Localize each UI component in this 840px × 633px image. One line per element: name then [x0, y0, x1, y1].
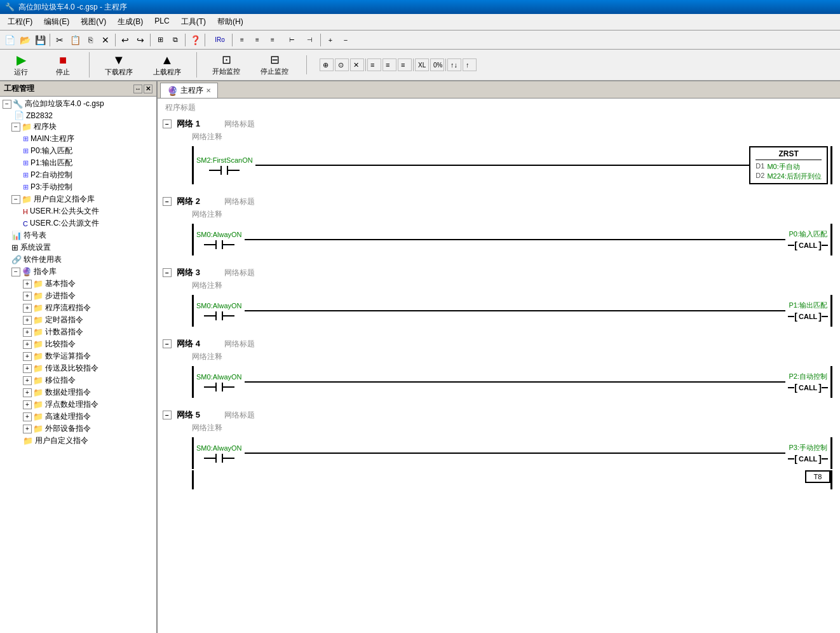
tree-item-math[interactable]: + 📁 数学运算指令	[0, 350, 156, 362]
tree-item-sys-settings[interactable]: ⊞ 系统设置	[0, 242, 156, 254]
tree-item-zb2832[interactable]: 📄 ZB2832	[0, 110, 156, 121]
network-5-toggle[interactable]: −	[163, 411, 172, 419]
upload-button[interactable]: ▲ 上载程序	[148, 52, 186, 78]
redo-button[interactable]: ↪	[133, 33, 147, 47]
extra-btn-1[interactable]: ⊕	[320, 58, 334, 71]
tree-toggle-compare[interactable]: +	[23, 340, 32, 349]
extra-btn-10[interactable]: ↑	[463, 58, 477, 71]
tree-item-float[interactable]: + 📁 浮点数处理指令	[0, 398, 156, 411]
tree-item-program-blocks[interactable]: − 📁 程序块	[0, 121, 156, 133]
tree-toggle-step[interactable]: +	[23, 292, 32, 301]
network-3-toggle[interactable]: −	[163, 268, 172, 277]
tree-toggle-root[interactable]: −	[3, 100, 11, 109]
download-button[interactable]: ▼ 下载程序	[100, 52, 138, 78]
tree-item-shift[interactable]: + 📁 移位指令	[0, 374, 156, 386]
tab-main-program[interactable]: 🔮 主程序 ✕	[160, 83, 218, 98]
network-4-header[interactable]: − 网络 4 网络标题	[160, 337, 837, 351]
network-1-toggle[interactable]: −	[163, 119, 172, 128]
tree-item-p1[interactable]: ⊞ P1:输出匹配	[0, 157, 156, 169]
extra-btn-5[interactable]: ≡	[383, 58, 396, 71]
save-button[interactable]: 💾	[33, 33, 47, 47]
ladder-m-button[interactable]: ≡	[266, 33, 280, 47]
tree-item-user-h[interactable]: H USER.H:公共头文件	[0, 205, 156, 217]
tree-toggle-transfer[interactable]: +	[23, 364, 32, 373]
menu-build[interactable]: 生成(B)	[112, 15, 148, 29]
cut-button[interactable]: ✂	[53, 33, 67, 47]
tree-item-main[interactable]: ⊞ MAIN:主程序	[0, 133, 156, 145]
zoom-out-button[interactable]: −	[339, 33, 353, 47]
menu-project[interactable]: 工程(F)	[3, 15, 37, 29]
tree-item-external[interactable]: + 📁 外部设备指令	[0, 423, 156, 435]
tree-item-p3[interactable]: ⊞ P3:手动控制	[0, 181, 156, 193]
tree-item-root[interactable]: − 🔧 高位卸垃圾车4.0 -c.gsp	[0, 98, 156, 110]
tree-toggle-highspeed[interactable]: +	[23, 412, 32, 421]
tree-item-instruction-lib[interactable]: − 🔮 指令库	[0, 266, 156, 278]
menu-plc[interactable]: PLC	[149, 15, 174, 29]
menu-edit[interactable]: 编辑(E)	[39, 15, 74, 29]
tree-item-compare[interactable]: + 📁 比较指令	[0, 338, 156, 350]
tree-toggle-basic[interactable]: +	[23, 280, 32, 289]
open-button[interactable]: 📂	[18, 33, 32, 47]
tree-toggle-timer[interactable]: +	[23, 316, 32, 325]
help-button[interactable]: ❓	[188, 33, 202, 47]
copy2-button[interactable]: ⧉	[168, 33, 182, 47]
run-button[interactable]: ▶ 运行	[5, 52, 37, 78]
tree-toggle-external[interactable]: +	[23, 425, 32, 433]
extra-btn-9[interactable]: ↑↓	[447, 58, 461, 71]
tree-item-user-def[interactable]: 📁 用户自定义指令	[0, 435, 156, 447]
monitor-stop-button[interactable]: ⊟ 停止监控	[255, 53, 294, 78]
menu-tools[interactable]: 工具(T)	[176, 15, 211, 29]
tree-toggle-dataproc[interactable]: +	[23, 388, 32, 397]
extra-btn-8[interactable]: 0%	[430, 58, 444, 71]
network-5-header[interactable]: − 网络 5 网络标题	[160, 408, 837, 422]
panel-close-button[interactable]: ✕	[144, 85, 152, 93]
tree-toggle-instrlib[interactable]: −	[11, 268, 20, 276]
editor-area[interactable]: 程序标题 − 网络 1 网络标题 网络注释 SM2:FirstSca	[158, 99, 840, 633]
ladder-v-button[interactable]: ≡	[250, 33, 264, 47]
tree-item-p2[interactable]: ⊞ P2:自动控制	[0, 169, 156, 181]
panel-pin-button[interactable]: ↔	[133, 85, 142, 93]
grid-button[interactable]: ⊞	[153, 33, 167, 47]
tree-item-high-speed[interactable]: + 📁 高速处理指令	[0, 411, 156, 423]
tree-item-p0[interactable]: ⊞ P0:输入匹配	[0, 145, 156, 157]
network-3-header[interactable]: − 网络 3 网络标题	[160, 266, 837, 280]
extra-btn-3[interactable]: ✕	[350, 58, 364, 71]
extra-btn-7[interactable]: XL	[415, 58, 429, 71]
tree-toggle-programs[interactable]: −	[11, 123, 20, 132]
extra-btn-6[interactable]: ≡	[398, 58, 412, 71]
zoom-in-button[interactable]: +	[323, 33, 337, 47]
tree-item-basic[interactable]: + 📁 基本指令	[0, 278, 156, 290]
paste-button[interactable]: ⎘	[83, 33, 97, 47]
copy-button[interactable]: 📋	[68, 33, 82, 47]
tree-toggle-userlib[interactable]: −	[11, 195, 20, 204]
ladder-h-button[interactable]: ≡	[235, 33, 249, 47]
delete-button[interactable]: ✕	[98, 33, 112, 47]
tree-toggle-counter[interactable]: +	[23, 328, 32, 337]
menu-view[interactable]: 视图(V)	[76, 15, 111, 29]
tree-item-symbol-table[interactable]: 📊 符号表	[0, 229, 156, 242]
extra-btn-4[interactable]: ≡	[367, 58, 381, 71]
tree-item-step[interactable]: + 📁 步进指令	[0, 290, 156, 302]
tab-close-button[interactable]: ✕	[206, 87, 211, 94]
tree-item-flow[interactable]: + 📁 程序流程指令	[0, 302, 156, 314]
tree-toggle-flow[interactable]: +	[23, 304, 32, 313]
new-button[interactable]: 📄	[3, 33, 17, 47]
network-2-toggle[interactable]: −	[163, 197, 172, 206]
tree-toggle-math[interactable]: +	[23, 352, 32, 361]
network-2-header[interactable]: − 网络 2 网络标题	[160, 194, 837, 208]
tree-item-data-proc[interactable]: + 📁 数据处理指令	[0, 386, 156, 398]
menu-help[interactable]: 帮助(H)	[212, 15, 248, 29]
monitor-start-button[interactable]: ⊡ 开始监控	[207, 53, 245, 78]
tree-toggle-shift[interactable]: +	[23, 376, 32, 385]
tree-item-user-lib[interactable]: − 📁 用户自定义指令库	[0, 193, 156, 205]
insert-contact-button[interactable]: ⊢	[283, 33, 300, 47]
undo-button[interactable]: ↩	[118, 33, 132, 47]
tree-item-software-table[interactable]: 🔗 软件使用表	[0, 254, 156, 266]
network-1-header[interactable]: − 网络 1 网络标题	[160, 117, 837, 131]
tree-item-user-c[interactable]: C USER.C:公共源文件	[0, 217, 156, 229]
tree-item-counter[interactable]: + 📁 计数器指令	[0, 326, 156, 338]
stop-button[interactable]: ■ 停止	[47, 52, 79, 78]
tree-item-transfer[interactable]: + 📁 传送及比较指令	[0, 362, 156, 374]
tree-item-timer[interactable]: + 📁 定时器指令	[0, 314, 156, 326]
insert-coil-button[interactable]: ⊣	[301, 33, 318, 47]
